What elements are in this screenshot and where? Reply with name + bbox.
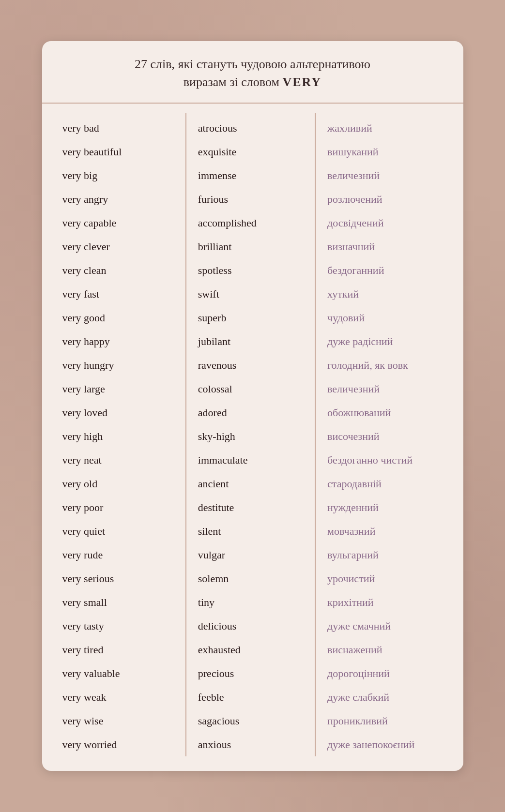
- english-phrase: very fast: [57, 282, 186, 306]
- table-row: very capableaccomplishedдосвідчений: [57, 211, 449, 235]
- table-row: very highsky-highвисочезний: [57, 424, 449, 448]
- synonym: feeble: [186, 685, 315, 709]
- synonym: furious: [186, 187, 315, 211]
- ukrainian-translation: дуже слабкий: [315, 685, 448, 709]
- synonym: silent: [186, 519, 315, 543]
- table-container: very badatrociousжахливийvery beautifule…: [42, 104, 463, 771]
- ukrainian-translation: величезний: [315, 377, 448, 401]
- table-row: very tastydeliciousдуже смачний: [57, 614, 449, 638]
- synonym: spotless: [186, 258, 315, 282]
- ukrainian-translation: стародавній: [315, 472, 448, 496]
- english-phrase: very happy: [57, 330, 186, 353]
- ukrainian-translation: досвідчений: [315, 211, 448, 235]
- vocabulary-table: very badatrociousжахливийvery beautifule…: [57, 113, 449, 756]
- synonym: sagacious: [186, 709, 315, 733]
- synonym: accomplished: [186, 211, 315, 235]
- english-phrase: very tasty: [57, 614, 186, 638]
- ukrainian-translation: дорогоцінний: [315, 662, 448, 685]
- ukrainian-translation: вульгарний: [315, 543, 448, 567]
- english-phrase: very weak: [57, 685, 186, 709]
- ukrainian-translation: проникливий: [315, 709, 448, 733]
- table-row: very largecolossalвеличезний: [57, 377, 449, 401]
- ukrainian-translation: дуже смачний: [315, 614, 448, 638]
- table-row: very lovedadoredобожнюваний: [57, 401, 449, 424]
- table-row: very oldancientстародавній: [57, 472, 449, 496]
- ukrainian-translation: хуткий: [315, 282, 448, 306]
- table-row: very neatimmaculateбездоганно чистий: [57, 448, 449, 472]
- main-card: 27 слів, які стануть чудовою альтернатив…: [42, 41, 463, 771]
- table-row: very wisesagaciousпроникливий: [57, 709, 449, 733]
- english-phrase: very quiet: [57, 519, 186, 543]
- english-phrase: very rude: [57, 543, 186, 567]
- ukrainian-translation: вишуканий: [315, 140, 448, 164]
- ukrainian-translation: виснажений: [315, 638, 448, 662]
- synonym: exhausted: [186, 638, 315, 662]
- synonym: colossal: [186, 377, 315, 401]
- english-phrase: very old: [57, 472, 186, 496]
- table-row: very valuablepreciousдорогоцінний: [57, 662, 449, 685]
- ukrainian-translation: дуже занепокоєний: [315, 733, 448, 756]
- synonym: vulgar: [186, 543, 315, 567]
- table-row: very weakfeebleдуже слабкий: [57, 685, 449, 709]
- table-row: very worriedanxiousдуже занепокоєний: [57, 733, 449, 756]
- english-phrase: very loved: [57, 401, 186, 424]
- synonym: jubilant: [186, 330, 315, 353]
- table-row: very happyjubilantдуже радісний: [57, 330, 449, 353]
- title-very: VERY: [282, 75, 321, 89]
- table-row: very rudevulgarвульгарний: [57, 543, 449, 567]
- table-row: very hungryravenousголодний, як вовк: [57, 353, 449, 377]
- synonym: immense: [186, 164, 315, 187]
- synonym: destitute: [186, 496, 315, 519]
- english-phrase: very clean: [57, 258, 186, 282]
- synonym: anxious: [186, 733, 315, 756]
- ukrainian-translation: урочистий: [315, 567, 448, 590]
- english-phrase: very worried: [57, 733, 186, 756]
- table-row: very cleverbrilliantвизначний: [57, 235, 449, 258]
- title-line2-prefix: виразам зі словом: [184, 75, 283, 89]
- table-row: very smalltinyкрихітний: [57, 590, 449, 614]
- synonym: delicious: [186, 614, 315, 638]
- ukrainian-translation: бездоганно чистий: [315, 448, 448, 472]
- table-row: very serioussolemnурочистий: [57, 567, 449, 590]
- synonym: ancient: [186, 472, 315, 496]
- card-header: 27 слів, які стануть чудовою альтернатив…: [42, 41, 463, 104]
- english-phrase: very large: [57, 377, 186, 401]
- synonym: adored: [186, 401, 315, 424]
- english-phrase: very capable: [57, 211, 186, 235]
- english-phrase: very tired: [57, 638, 186, 662]
- english-phrase: very hungry: [57, 353, 186, 377]
- synonym: precious: [186, 662, 315, 685]
- ukrainian-translation: величезний: [315, 164, 448, 187]
- ukrainian-translation: дуже радісний: [315, 330, 448, 353]
- english-phrase: very angry: [57, 187, 186, 211]
- synonym: immaculate: [186, 448, 315, 472]
- english-phrase: very serious: [57, 567, 186, 590]
- synonym: superb: [186, 306, 315, 330]
- english-phrase: very poor: [57, 496, 186, 519]
- ukrainian-translation: обожнюваний: [315, 401, 448, 424]
- english-phrase: very big: [57, 164, 186, 187]
- synonym: atrocious: [186, 113, 315, 140]
- table-row: very cleanspotlessбездоганний: [57, 258, 449, 282]
- english-phrase: very wise: [57, 709, 186, 733]
- ukrainian-translation: визначний: [315, 235, 448, 258]
- synonym: solemn: [186, 567, 315, 590]
- table-row: very poordestituteнужденний: [57, 496, 449, 519]
- table-row: very goodsuperbчудовий: [57, 306, 449, 330]
- table-row: very tiredexhaustedвиснажений: [57, 638, 449, 662]
- ukrainian-translation: голодний, як вовк: [315, 353, 448, 377]
- ukrainian-translation: розлючений: [315, 187, 448, 211]
- table-row: very bigimmenseвеличезний: [57, 164, 449, 187]
- english-phrase: very neat: [57, 448, 186, 472]
- synonym: tiny: [186, 590, 315, 614]
- english-phrase: very high: [57, 424, 186, 448]
- title-line1: 27 слів, які стануть чудовою альтернатив…: [135, 57, 370, 71]
- english-phrase: very small: [57, 590, 186, 614]
- english-phrase: very beautiful: [57, 140, 186, 164]
- synonym: ravenous: [186, 353, 315, 377]
- synonym: exquisite: [186, 140, 315, 164]
- english-phrase: very valuable: [57, 662, 186, 685]
- english-phrase: very bad: [57, 113, 186, 140]
- table-row: very fastswiftхуткий: [57, 282, 449, 306]
- ukrainian-translation: бездоганний: [315, 258, 448, 282]
